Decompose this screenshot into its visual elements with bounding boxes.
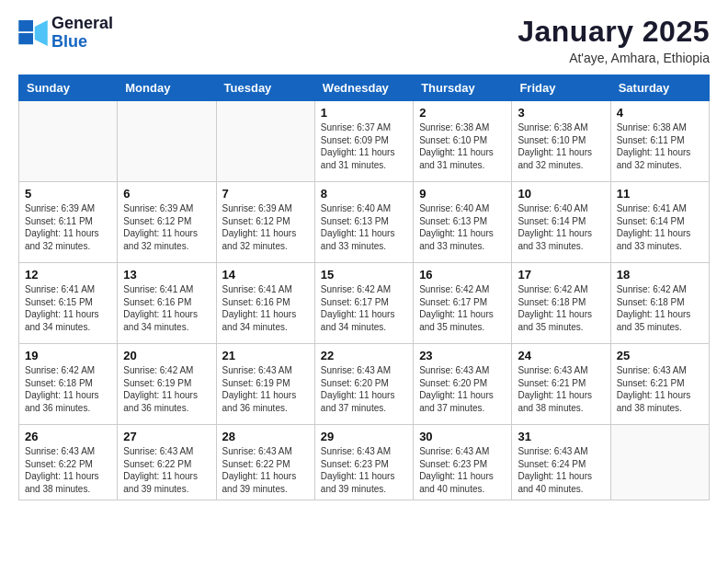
day-info: Sunrise: 6:43 AM Sunset: 6:20 PM Dayligh… bbox=[321, 364, 407, 414]
day-info: Sunrise: 6:40 AM Sunset: 6:14 PM Dayligh… bbox=[518, 202, 604, 252]
title-block: January 2025 At'aye, Amhara, Ethiopia bbox=[518, 15, 710, 65]
day-number: 10 bbox=[518, 187, 604, 201]
day-cell: 4Sunrise: 6:38 AM Sunset: 6:11 PM Daylig… bbox=[610, 101, 709, 182]
day-number: 29 bbox=[321, 430, 407, 443]
day-number: 11 bbox=[617, 187, 703, 201]
day-number: 24 bbox=[518, 349, 604, 362]
day-cell: 13Sunrise: 6:41 AM Sunset: 6:16 PM Dayli… bbox=[118, 263, 216, 344]
day-number: 9 bbox=[419, 187, 506, 201]
day-number: 12 bbox=[25, 268, 111, 282]
day-cell: 29Sunrise: 6:43 AM Sunset: 6:23 PM Dayli… bbox=[314, 425, 413, 500]
day-info: Sunrise: 6:43 AM Sunset: 6:23 PM Dayligh… bbox=[419, 445, 506, 495]
day-cell bbox=[118, 101, 216, 182]
day-info: Sunrise: 6:42 AM Sunset: 6:18 PM Dayligh… bbox=[518, 283, 604, 333]
day-info: Sunrise: 6:39 AM Sunset: 6:11 PM Dayligh… bbox=[25, 202, 111, 252]
day-number: 28 bbox=[222, 430, 309, 443]
header-cell-saturday: Saturday bbox=[610, 75, 709, 101]
day-cell: 1Sunrise: 6:37 AM Sunset: 6:09 PM Daylig… bbox=[314, 101, 413, 182]
day-cell: 3Sunrise: 6:38 AM Sunset: 6:10 PM Daylig… bbox=[512, 101, 610, 182]
day-cell: 8Sunrise: 6:40 AM Sunset: 6:13 PM Daylig… bbox=[314, 182, 413, 263]
header-cell-friday: Friday bbox=[512, 75, 610, 101]
day-cell: 7Sunrise: 6:39 AM Sunset: 6:12 PM Daylig… bbox=[216, 182, 314, 263]
day-info: Sunrise: 6:39 AM Sunset: 6:12 PM Dayligh… bbox=[222, 202, 309, 252]
day-cell bbox=[19, 101, 118, 182]
day-info: Sunrise: 6:43 AM Sunset: 6:20 PM Dayligh… bbox=[419, 364, 506, 414]
day-number: 30 bbox=[419, 430, 506, 443]
day-info: Sunrise: 6:40 AM Sunset: 6:13 PM Dayligh… bbox=[321, 202, 407, 252]
day-info: Sunrise: 6:43 AM Sunset: 6:22 PM Dayligh… bbox=[123, 445, 210, 495]
day-info: Sunrise: 6:43 AM Sunset: 6:23 PM Dayligh… bbox=[321, 445, 407, 495]
day-number: 1 bbox=[321, 106, 407, 120]
day-info: Sunrise: 6:39 AM Sunset: 6:12 PM Dayligh… bbox=[123, 202, 210, 252]
day-info: Sunrise: 6:41 AM Sunset: 6:16 PM Dayligh… bbox=[222, 283, 309, 333]
day-info: Sunrise: 6:37 AM Sunset: 6:09 PM Dayligh… bbox=[321, 121, 407, 171]
header-cell-sunday: Sunday bbox=[19, 75, 118, 101]
day-cell: 15Sunrise: 6:42 AM Sunset: 6:17 PM Dayli… bbox=[314, 263, 413, 344]
header: General Blue January 2025 At'aye, Amhara… bbox=[18, 15, 710, 65]
header-cell-monday: Monday bbox=[118, 75, 216, 101]
day-number: 8 bbox=[321, 187, 407, 201]
day-info: Sunrise: 6:43 AM Sunset: 6:22 PM Dayligh… bbox=[25, 445, 111, 495]
day-number: 19 bbox=[25, 349, 111, 362]
day-number: 5 bbox=[25, 187, 111, 201]
day-number: 6 bbox=[123, 187, 210, 201]
day-cell: 20Sunrise: 6:42 AM Sunset: 6:19 PM Dayli… bbox=[118, 344, 216, 425]
day-info: Sunrise: 6:42 AM Sunset: 6:17 PM Dayligh… bbox=[321, 283, 407, 333]
day-cell: 6Sunrise: 6:39 AM Sunset: 6:12 PM Daylig… bbox=[118, 182, 216, 263]
day-cell: 27Sunrise: 6:43 AM Sunset: 6:22 PM Dayli… bbox=[118, 425, 216, 500]
day-cell: 21Sunrise: 6:43 AM Sunset: 6:19 PM Dayli… bbox=[216, 344, 314, 425]
header-cell-wednesday: Wednesday bbox=[314, 75, 413, 101]
day-cell: 5Sunrise: 6:39 AM Sunset: 6:11 PM Daylig… bbox=[19, 182, 118, 263]
week-row-2: 12Sunrise: 6:41 AM Sunset: 6:15 PM Dayli… bbox=[19, 263, 710, 344]
day-number: 26 bbox=[25, 430, 111, 443]
day-cell: 28Sunrise: 6:43 AM Sunset: 6:22 PM Dayli… bbox=[216, 425, 314, 500]
logo: General Blue bbox=[18, 15, 113, 52]
day-cell: 23Sunrise: 6:43 AM Sunset: 6:20 PM Dayli… bbox=[414, 344, 512, 425]
day-number: 18 bbox=[617, 268, 703, 282]
day-info: Sunrise: 6:43 AM Sunset: 6:24 PM Dayligh… bbox=[518, 445, 604, 495]
day-number: 2 bbox=[419, 106, 506, 120]
day-info: Sunrise: 6:43 AM Sunset: 6:21 PM Dayligh… bbox=[617, 364, 703, 414]
logo-line2: Blue bbox=[51, 33, 113, 52]
day-info: Sunrise: 6:42 AM Sunset: 6:18 PM Dayligh… bbox=[25, 364, 111, 414]
day-info: Sunrise: 6:38 AM Sunset: 6:10 PM Dayligh… bbox=[419, 121, 506, 171]
day-info: Sunrise: 6:40 AM Sunset: 6:13 PM Dayligh… bbox=[419, 202, 506, 252]
day-info: Sunrise: 6:42 AM Sunset: 6:19 PM Dayligh… bbox=[123, 364, 210, 414]
svg-marker-2 bbox=[35, 20, 48, 46]
day-cell: 22Sunrise: 6:43 AM Sunset: 6:20 PM Dayli… bbox=[314, 344, 413, 425]
day-cell: 30Sunrise: 6:43 AM Sunset: 6:23 PM Dayli… bbox=[414, 425, 512, 500]
day-cell: 11Sunrise: 6:41 AM Sunset: 6:14 PM Dayli… bbox=[610, 182, 709, 263]
day-cell: 24Sunrise: 6:43 AM Sunset: 6:21 PM Dayli… bbox=[512, 344, 610, 425]
day-number: 14 bbox=[222, 268, 309, 282]
day-info: Sunrise: 6:42 AM Sunset: 6:18 PM Dayligh… bbox=[617, 283, 703, 333]
day-number: 21 bbox=[222, 349, 309, 362]
day-info: Sunrise: 6:41 AM Sunset: 6:14 PM Dayligh… bbox=[617, 202, 703, 252]
day-cell: 19Sunrise: 6:42 AM Sunset: 6:18 PM Dayli… bbox=[19, 344, 118, 425]
day-cell: 17Sunrise: 6:42 AM Sunset: 6:18 PM Dayli… bbox=[512, 263, 610, 344]
day-info: Sunrise: 6:38 AM Sunset: 6:10 PM Dayligh… bbox=[518, 121, 604, 171]
day-info: Sunrise: 6:41 AM Sunset: 6:15 PM Dayligh… bbox=[25, 283, 111, 333]
svg-rect-1 bbox=[18, 33, 33, 44]
day-cell: 9Sunrise: 6:40 AM Sunset: 6:13 PM Daylig… bbox=[414, 182, 512, 263]
day-number: 7 bbox=[222, 187, 309, 201]
day-info: Sunrise: 6:38 AM Sunset: 6:11 PM Dayligh… bbox=[617, 121, 703, 171]
day-number: 16 bbox=[419, 268, 506, 282]
day-info: Sunrise: 6:43 AM Sunset: 6:21 PM Dayligh… bbox=[518, 364, 604, 414]
logo-text: General Blue bbox=[51, 15, 113, 52]
day-number: 25 bbox=[617, 349, 703, 362]
day-info: Sunrise: 6:41 AM Sunset: 6:16 PM Dayligh… bbox=[123, 283, 210, 333]
header-cell-tuesday: Tuesday bbox=[216, 75, 314, 101]
subtitle: At'aye, Amhara, Ethiopia bbox=[518, 51, 710, 65]
day-number: 15 bbox=[321, 268, 407, 282]
calendar: SundayMondayTuesdayWednesdayThursdayFrid… bbox=[18, 75, 710, 500]
day-number: 17 bbox=[518, 268, 604, 282]
day-cell bbox=[216, 101, 314, 182]
day-number: 3 bbox=[518, 106, 604, 120]
week-row-3: 19Sunrise: 6:42 AM Sunset: 6:18 PM Dayli… bbox=[19, 344, 710, 425]
day-number: 20 bbox=[123, 349, 210, 362]
day-info: Sunrise: 6:43 AM Sunset: 6:19 PM Dayligh… bbox=[222, 364, 309, 414]
page: General Blue January 2025 At'aye, Amhara… bbox=[0, 0, 728, 563]
day-number: 13 bbox=[123, 268, 210, 282]
day-cell: 10Sunrise: 6:40 AM Sunset: 6:14 PM Dayli… bbox=[512, 182, 610, 263]
day-cell: 2Sunrise: 6:38 AM Sunset: 6:10 PM Daylig… bbox=[414, 101, 512, 182]
